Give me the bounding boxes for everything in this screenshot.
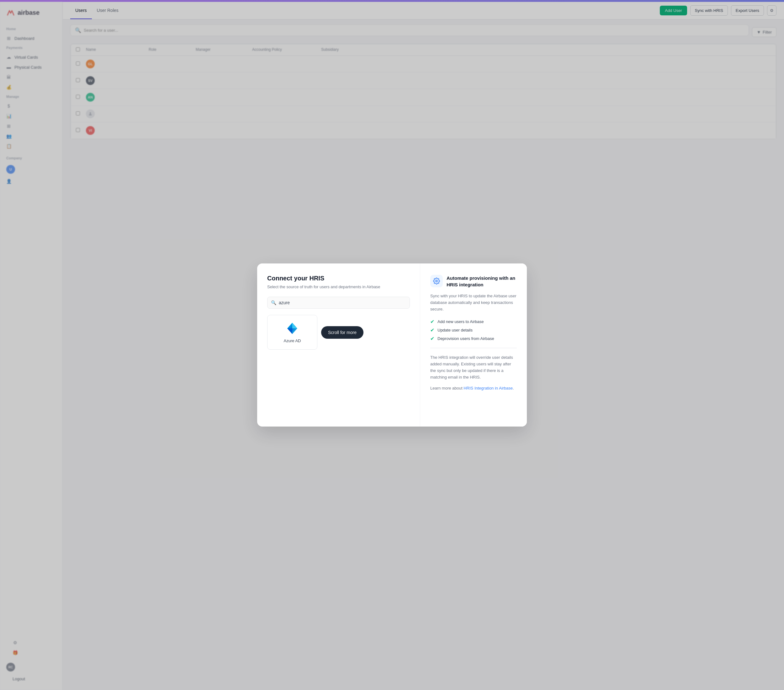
azure-ad-card[interactable]: Azure AD bbox=[267, 315, 317, 350]
svg-marker-3 bbox=[287, 328, 292, 334]
connect-hris-modal: Connect your HRIS Select the source of t… bbox=[257, 263, 527, 427]
integration-search-wrapper: 🔍 bbox=[267, 297, 410, 309]
right-panel-description: Sync with your HRIS to update the Airbas… bbox=[430, 293, 517, 312]
feature-item-2: ✔ Update user details bbox=[430, 327, 517, 333]
check-icon-3: ✔ bbox=[430, 336, 434, 342]
modal-title: Connect your HRIS bbox=[267, 275, 410, 282]
right-panel-title: Automate provisioning with an HRIS integ… bbox=[446, 275, 517, 288]
modal-subtitle: Select the source of truth for users and… bbox=[267, 285, 410, 289]
right-panel-note: The HRIS integration will override user … bbox=[430, 354, 517, 380]
svg-point-4 bbox=[436, 280, 438, 282]
learn-more-text: Learn more about HRIS Integration in Air… bbox=[430, 385, 517, 392]
modal-overlay: Connect your HRIS Select the source of t… bbox=[0, 0, 784, 690]
gear-icon bbox=[430, 275, 443, 287]
right-header: Automate provisioning with an HRIS integ… bbox=[430, 275, 517, 288]
integration-list: Azure AD Scroll for more bbox=[267, 315, 410, 350]
panel-divider bbox=[430, 348, 517, 348]
scroll-more-button[interactable]: Scroll for more bbox=[321, 326, 364, 339]
azure-ad-icon bbox=[285, 321, 299, 335]
modal-right-panel: Automate provisioning with an HRIS integ… bbox=[420, 263, 527, 427]
check-icon-2: ✔ bbox=[430, 327, 434, 333]
check-icon-1: ✔ bbox=[430, 319, 434, 324]
modal-left-panel: Connect your HRIS Select the source of t… bbox=[257, 263, 420, 427]
feature-item-1: ✔ Add new users to Airbase bbox=[430, 319, 517, 324]
feature-list: ✔ Add new users to Airbase ✔ Update user… bbox=[430, 319, 517, 342]
search-icon: 🔍 bbox=[271, 300, 276, 305]
feature-item-3: ✔ Deprovision users from Airbase bbox=[430, 336, 517, 342]
integration-search-input[interactable] bbox=[267, 297, 410, 309]
svg-marker-2 bbox=[292, 323, 297, 328]
hris-integration-link[interactable]: HRIS Integration in Airbase bbox=[463, 386, 513, 390]
azure-ad-name: Azure AD bbox=[284, 338, 301, 343]
